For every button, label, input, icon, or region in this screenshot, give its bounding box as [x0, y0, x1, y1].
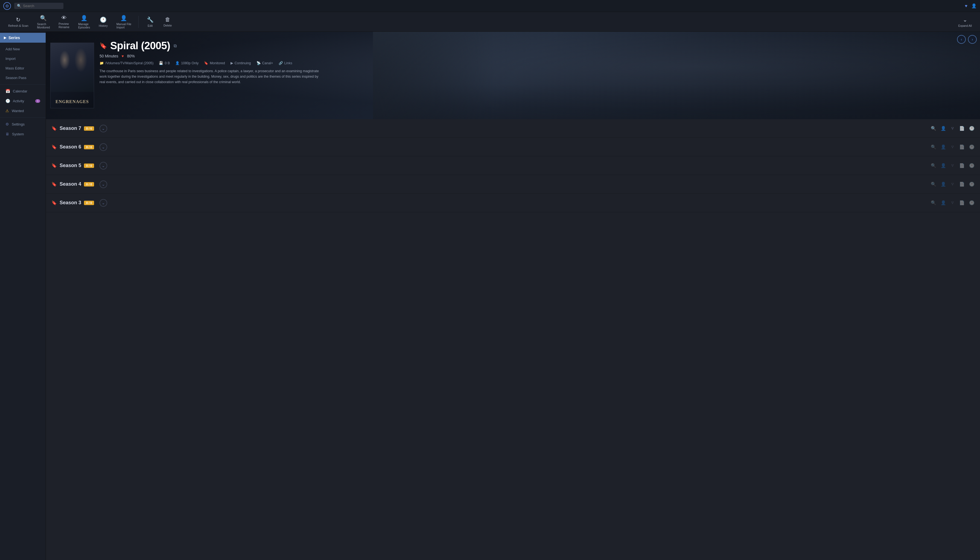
app-logo[interactable] — [3, 2, 11, 10]
season-7-person-icon[interactable]: 👤 — [941, 126, 946, 131]
season-7-history-icon[interactable]: 🕐 — [969, 126, 975, 131]
expand-all-button[interactable]: ⌄ Expand All — [954, 14, 976, 30]
sidebar-item-import[interactable]: Import — [0, 54, 46, 63]
season-5-person-icon[interactable]: 👤 — [941, 163, 946, 168]
season-3-expand-button[interactable]: ⌄ — [100, 199, 107, 207]
season-3-hierarchy-icon[interactable]: ⛛ — [950, 200, 955, 205]
edit-label: Edit — [148, 24, 153, 27]
manual-file-import-button[interactable]: 👤 Manual FileImport — [113, 13, 135, 31]
sidebar-item-season-pass[interactable]: Season Pass — [0, 73, 46, 83]
sidebar-item-settings[interactable]: ⚙ Settings — [0, 119, 46, 129]
sidebar-item-activity[interactable]: 🕐 Activity 1 — [0, 96, 46, 106]
calendar-label: Calendar — [13, 89, 27, 93]
search-icon: 🔍 — [17, 4, 21, 8]
sidebar-item-add-new[interactable]: Add New — [0, 44, 46, 54]
show-bookmark-icon[interactable]: 🔖 — [100, 42, 107, 50]
sidebar-item-series[interactable]: ▶ Series — [0, 33, 46, 43]
user-icon[interactable]: 👤 — [971, 3, 977, 8]
links-icon: 🔗 — [278, 61, 283, 65]
manage-episodes-icon: 👤 — [81, 15, 88, 21]
manage-episodes-label: ManageEpisodes — [78, 22, 90, 29]
season-row[interactable]: 🔖 Season 6 0 / 0 ⌄ 🔍 👤 ⛛ 📄 🕐 — [46, 138, 980, 157]
season-3-person-icon[interactable]: 👤 — [941, 200, 946, 205]
refresh-scan-button[interactable]: ↻ Refresh & Scan — [4, 14, 32, 30]
season-7-search-icon[interactable]: 🔍 — [931, 126, 936, 131]
season-7-file-icon[interactable]: 📄 — [959, 126, 965, 131]
season-6-history-icon[interactable]: 🕐 — [969, 144, 975, 150]
wanted-label: Wanted — [12, 109, 24, 113]
edit-button[interactable]: 🔧 Edit — [142, 14, 158, 30]
show-path: /Volumes/TV/Main/Spiral (2005) — [105, 61, 153, 65]
season-4-search-icon[interactable]: 🔍 — [931, 182, 936, 187]
sidebar-item-calendar[interactable]: 📅 Calendar — [0, 86, 46, 96]
season-5-expand-button[interactable]: ⌄ — [100, 162, 107, 170]
series-play-icon: ▶ — [4, 36, 6, 40]
meta-links[interactable]: 🔗 Links — [278, 61, 292, 65]
delete-button[interactable]: 🗑 Delete — [159, 14, 176, 29]
season-3-history-icon[interactable]: 🕐 — [969, 200, 975, 205]
expand-all-icon: ⌄ — [963, 17, 967, 23]
season-row[interactable]: 🔖 Season 4 0 / 0 ⌄ 🔍 👤 ⛛ 📄 🕐 — [46, 175, 980, 193]
season-4-expand-button[interactable]: ⌄ — [100, 180, 107, 188]
edit-icon: 🔧 — [147, 17, 154, 23]
search-monitored-label: SearchMonitored — [37, 22, 50, 29]
season-5-badge: 0 / 0 — [84, 163, 94, 168]
heart-icon: ♥ — [965, 3, 968, 8]
show-description: The courthouse in Paris sees business an… — [100, 68, 324, 85]
season-5-file-icon[interactable]: 📄 — [959, 163, 965, 168]
status-icon: ▶ — [230, 61, 233, 65]
season-7-expand-button[interactable]: ⌄ — [100, 125, 107, 132]
search-monitored-button[interactable]: 🔍 SearchMonitored — [33, 13, 54, 31]
calendar-icon: 📅 — [5, 89, 10, 93]
poster-title: ENGRENAGES — [55, 99, 89, 104]
search-box[interactable]: 🔍 — [14, 3, 63, 9]
prev-show-button[interactable]: ‹ — [957, 35, 966, 44]
season-6-person-icon[interactable]: 👤 — [941, 144, 946, 150]
season-4-hierarchy-icon[interactable]: ⛛ — [950, 182, 955, 187]
season-3-file-icon[interactable]: 📄 — [959, 200, 965, 205]
season-5-hierarchy-icon[interactable]: ⛛ — [950, 163, 955, 168]
show-rating: 80% — [127, 54, 135, 58]
show-links[interactable]: Links — [284, 61, 292, 65]
history-button[interactable]: 🕐 History — [95, 14, 112, 30]
search-input[interactable] — [23, 4, 61, 8]
manual-file-import-label: Manual FileImport — [117, 22, 131, 29]
settings-label: Settings — [12, 122, 25, 126]
preview-rename-button[interactable]: 👁 PreviewRename — [55, 13, 73, 31]
season-3-bookmark-icon: 🔖 — [52, 200, 57, 205]
system-label: System — [12, 132, 24, 136]
expand-all-label: Expand All — [958, 24, 972, 27]
next-show-button[interactable]: › — [968, 35, 977, 44]
copy-icon[interactable]: ⧉ — [173, 43, 177, 48]
preview-rename-icon: 👁 — [61, 15, 67, 21]
refresh-scan-label: Refresh & Scan — [8, 24, 28, 27]
manage-episodes-button[interactable]: 👤 ManageEpisodes — [74, 13, 94, 31]
season-6-search-icon[interactable]: 🔍 — [931, 144, 936, 150]
season-3-actions: 🔍 👤 ⛛ 📄 🕐 — [931, 200, 975, 205]
season-4-file-icon[interactable]: 📄 — [959, 182, 965, 187]
season-4-person-icon[interactable]: 👤 — [941, 182, 946, 187]
meta-network: 📡 Canal+ — [257, 61, 273, 65]
season-6-expand-button[interactable]: ⌄ — [100, 143, 107, 151]
season-row[interactable]: 🔖 Season 3 0 / 0 ⌄ 🔍 👤 ⛛ 📄 🕐 — [46, 193, 980, 212]
season-row[interactable]: 🔖 Season 7 0 / 6 ⌄ 🔍 👤 ⛛ 📄 🕐 — [46, 119, 980, 138]
season-row[interactable]: 🔖 Season 5 0 / 0 ⌄ 🔍 👤 ⛛ 📄 🕐 — [46, 157, 980, 175]
season-5-history-icon[interactable]: 🕐 — [969, 163, 975, 168]
season-7-hierarchy-icon[interactable]: ⛛ — [950, 126, 955, 131]
season-5-search-icon[interactable]: 🔍 — [931, 163, 936, 168]
show-status: Continuing — [235, 61, 251, 65]
season-7-bookmark-icon: 🔖 — [52, 126, 57, 131]
meta-quality: 👤 1080p Only — [175, 61, 198, 65]
season-4-history-icon[interactable]: 🕐 — [969, 182, 975, 187]
season-4-name: Season 4 — [60, 181, 81, 187]
season-6-hierarchy-icon[interactable]: ⛛ — [950, 145, 955, 150]
show-info: 🔖 Spiral (2005) ⧉ 50 Minutes ♥ 80% 📁 /Vo… — [100, 40, 975, 85]
network-icon: 📡 — [257, 61, 261, 65]
meta-path: 📁 /Volumes/TV/Main/Spiral (2005) — [100, 61, 153, 65]
season-6-file-icon[interactable]: 📄 — [959, 144, 965, 150]
sidebar-item-system[interactable]: 🖥 System — [0, 129, 46, 139]
show-poster: ENGRENAGES — [50, 43, 94, 108]
sidebar-item-wanted[interactable]: ⚠ Wanted — [0, 106, 46, 116]
season-3-search-icon[interactable]: 🔍 — [931, 200, 936, 205]
sidebar-item-mass-editor[interactable]: Mass Editor — [0, 63, 46, 73]
